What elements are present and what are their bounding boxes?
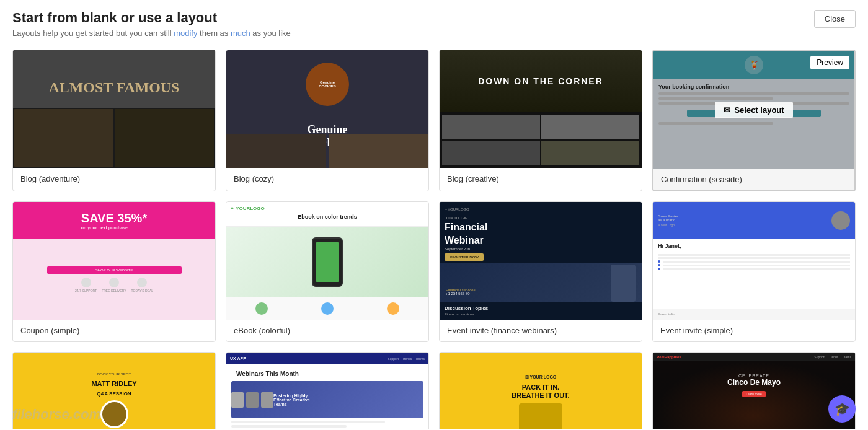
es-header: Grow Fasteras a brand A Your Logo bbox=[653, 202, 855, 239]
ef-join-text: JOIN TO THE bbox=[445, 216, 637, 220]
wb-logo: UX APP bbox=[230, 356, 246, 361]
select-layout-button[interactable]: ✉ Select layout bbox=[715, 102, 792, 118]
es-list-item-3 bbox=[658, 268, 850, 270]
chat-icon-symbol: 🎓 bbox=[835, 401, 850, 416]
es-dot-2 bbox=[658, 264, 660, 266]
es-item-line-1 bbox=[663, 261, 850, 263]
coupon-icons: 24/7 SUPPORT FREE DELIVERY TODAY'S DEAL bbox=[75, 278, 153, 292]
es-dot-1 bbox=[658, 260, 660, 263]
coupon-circle-1 bbox=[81, 278, 91, 287]
card-ebook-colorful[interactable]: ✦ YOURLOGO Ebook on color trends bbox=[226, 201, 429, 342]
es-header-left: Grow Fasteras a brand A Your Logo bbox=[658, 214, 678, 227]
ef-discussion-title: Discussion Topics bbox=[445, 305, 637, 311]
card-label-event-finance: Event invite (finance webinars) bbox=[440, 320, 642, 341]
cinco-main-title: Cinco De Mayo bbox=[653, 378, 855, 387]
ebook-icon-3 bbox=[387, 302, 399, 315]
card-thumbnail-event-finance: ✦YOURLOGO JOIN TO THE FinancialWebinar S… bbox=[440, 202, 642, 320]
modify-link[interactable]: modify bbox=[174, 29, 197, 38]
wb-lines bbox=[231, 421, 423, 428]
ef-logo-text: ✦YOURLOGO bbox=[445, 207, 469, 211]
ebook-phone bbox=[226, 227, 428, 297]
ebook-title: Ebook on color trends bbox=[230, 214, 425, 220]
card-event-simple[interactable]: Grow Fasteras a brand A Your Logo Hi Jan… bbox=[652, 201, 856, 342]
ef-header: ✦YOURLOGO bbox=[440, 202, 642, 216]
es-line-2 bbox=[658, 257, 850, 259]
card-bag[interactable]: ⊞ YOUR LOGO PACK IT IN.BREATHE IT OUT. S… bbox=[439, 352, 642, 429]
es-item-line-2 bbox=[663, 265, 850, 266]
thumb-event-simple: Grow Fasteras a brand A Your Logo Hi Jan… bbox=[653, 202, 855, 320]
ef-contact-info: Financial services+1 234 567 89 bbox=[446, 288, 476, 296]
cinco-cta-btn: Learn more bbox=[742, 391, 766, 397]
es-brand-sub: A Your Logo bbox=[658, 223, 678, 227]
wb-body: Webinars This Month Fostering HighlyEffe… bbox=[226, 364, 428, 429]
coupon-body: SHOP OUR WEBSITE 24/7 SUPPORT FREE DELIV… bbox=[13, 239, 215, 320]
creative-cell-3 bbox=[442, 141, 540, 165]
es-line-1 bbox=[658, 254, 850, 256]
qa-session-label: Q&A SESSION bbox=[97, 391, 131, 397]
layout-grid: Preview Blog (adventure) GenuineCOOKIES … bbox=[12, 50, 856, 429]
card-webinar[interactable]: UX APP Support Trends Teams Webinars Thi… bbox=[226, 352, 429, 429]
layout-content: Preview Blog (adventure) GenuineCOOKIES … bbox=[0, 43, 868, 429]
card-blog-creative[interactable]: Down on the CORNER Preview Blog (creativ… bbox=[439, 50, 642, 191]
card-confirmation-seaside[interactable]: 🍹 Your booking confirmation CONFIRM YOUR… bbox=[652, 50, 856, 191]
ebook-icons bbox=[226, 297, 428, 320]
es-footer: Event info bbox=[653, 309, 855, 320]
card-event-finance[interactable]: ✦YOURLOGO JOIN TO THE FinancialWebinar S… bbox=[439, 201, 642, 342]
es-dot-3 bbox=[658, 268, 660, 270]
card-cinco-mayo[interactable]: RealHappules Support Trends Teams CELEBR… bbox=[652, 352, 856, 429]
card-thumbnail-coupon: SAVE 35%* on your next purchase SHOP OUR… bbox=[13, 202, 215, 320]
much-link[interactable]: much bbox=[231, 29, 250, 38]
close-button[interactable]: Close bbox=[814, 10, 856, 28]
creative-top: Down on the CORNER bbox=[440, 50, 642, 112]
coupon-circle-2 bbox=[109, 278, 119, 287]
card-label-ebook: eBook (colorful) bbox=[226, 320, 428, 341]
cinco-header: RealHappules Support Trends Teams bbox=[653, 353, 855, 361]
cinco-logo-text: RealHappules bbox=[657, 355, 681, 359]
thumb-event-finance: ✦YOURLOGO JOIN TO THE FinancialWebinar S… bbox=[440, 202, 642, 320]
coupon-circle-3 bbox=[137, 278, 147, 287]
coupon-icon-support: 24/7 SUPPORT bbox=[75, 278, 97, 292]
ebook-logo: ✦ YOURLOGO bbox=[230, 206, 425, 211]
cozy-circle: GenuineCOOKIES bbox=[306, 63, 349, 106]
card-coupon-simple[interactable]: SAVE 35%* on your next purchase SHOP OUR… bbox=[12, 201, 216, 342]
ef-topics: Financial services bbox=[445, 312, 637, 316]
coupon-top: SAVE 35%* on your next purchase bbox=[13, 202, 215, 239]
cinco-nav-2: Trends bbox=[829, 355, 838, 359]
phone-shape bbox=[312, 237, 343, 287]
select-layout-icon: ✉ bbox=[724, 105, 730, 115]
es-logo-label: Grow Fasteras a brand bbox=[658, 214, 678, 222]
ebook-icon-2 bbox=[321, 302, 334, 315]
qa-name: MATT RIDLEY bbox=[91, 380, 136, 387]
card-thumbnail-qa: BOOK YOUR SPOT MATT RIDLEY Q&A SESSION M… bbox=[13, 353, 215, 429]
card-qa-session[interactable]: BOOK YOUR SPOT MATT RIDLEY Q&A SESSION M… bbox=[12, 352, 216, 429]
card-thumbnail-cinco: RealHappules Support Trends Teams CELEBR… bbox=[653, 353, 855, 429]
card-thumbnail-confirmation: 🍹 Your booking confirmation CONFIRM YOUR… bbox=[653, 51, 854, 169]
wb-text-line-2 bbox=[231, 425, 347, 428]
card-label-confirmation: Confirmation (seaside) bbox=[653, 169, 854, 190]
wb-person-3 bbox=[261, 392, 273, 408]
preview-button-confirmation[interactable]: Preview bbox=[810, 56, 849, 69]
cozy-img-1 bbox=[226, 134, 326, 168]
card-label-blog-adventure: Blog (adventure) bbox=[13, 168, 215, 190]
thumb-blog-cozy: GenuineCOOKIES GenuineCOOKIES bbox=[226, 50, 428, 168]
es-event-title: Hi Janet, bbox=[653, 239, 855, 250]
thumb-ebook: ✦ YOURLOGO Ebook on color trends bbox=[226, 202, 428, 320]
card-blog-adventure[interactable]: Preview Blog (adventure) bbox=[12, 50, 216, 191]
phone-screen bbox=[316, 242, 339, 282]
es-list-item-2 bbox=[658, 264, 850, 266]
card-thumbnail-webinar: UX APP Support Trends Teams Webinars Thi… bbox=[226, 353, 428, 429]
coupon-label-1: 24/7 SUPPORT bbox=[75, 289, 97, 292]
creative-cell-4 bbox=[541, 141, 639, 165]
cinco-celebrate: CELEBRATE bbox=[653, 374, 855, 378]
card-label-blog-cozy: Blog (cozy) bbox=[226, 168, 428, 190]
card-label-coupon: Coupon (simple) bbox=[13, 320, 215, 341]
page-header: Start from blank or use a layout Layouts… bbox=[0, 0, 868, 43]
es-event-body bbox=[653, 250, 855, 309]
coupon-btn: SHOP OUR WEBSITE bbox=[47, 266, 182, 274]
es-list-item-1 bbox=[658, 260, 850, 263]
card-label-blog-creative: Blog (creative) bbox=[440, 168, 642, 190]
card-blog-cozy[interactable]: GenuineCOOKIES GenuineCOOKIES Preview Bl… bbox=[226, 50, 429, 191]
chat-icon[interactable]: 🎓 bbox=[828, 395, 856, 423]
wb-people bbox=[231, 392, 273, 408]
wb-nav-2: Trends bbox=[402, 357, 412, 361]
